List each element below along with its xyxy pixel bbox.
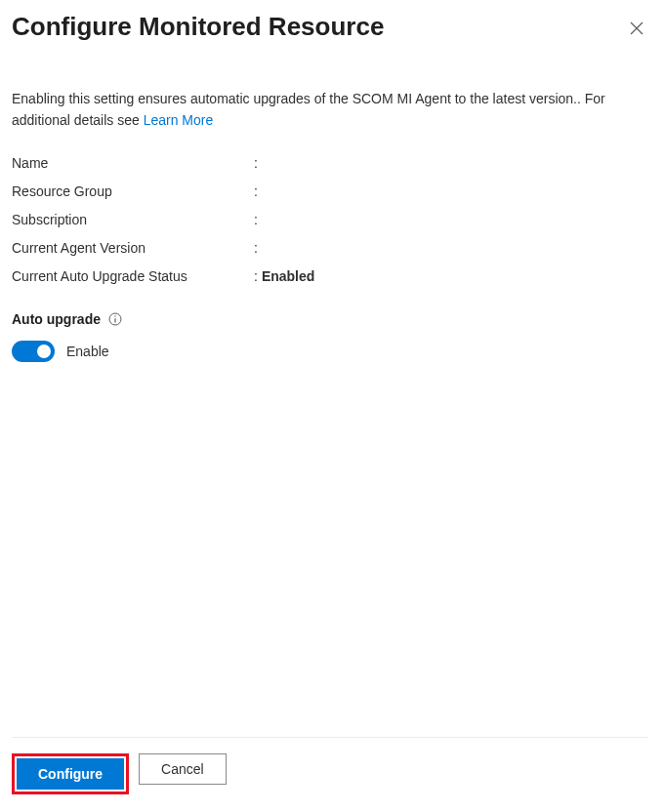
field-row-name: Name : xyxy=(12,155,647,171)
footer: Configure Cancel xyxy=(12,737,647,812)
field-row-current-auto-upgrade-status: Current Auto Upgrade Status : Enabled xyxy=(12,268,647,284)
info-icon[interactable] xyxy=(108,312,122,326)
panel-title: Configure Monitored Resource xyxy=(12,12,384,42)
field-label: Current Agent Version xyxy=(12,240,254,256)
toggle-label: Enable xyxy=(66,344,109,359)
field-row-current-agent-version: Current Agent Version : xyxy=(12,240,647,256)
field-label: Current Auto Upgrade Status xyxy=(12,268,254,284)
toggle-knob xyxy=(37,345,51,358)
cancel-button[interactable]: Cancel xyxy=(139,753,227,785)
description-text: Enabling this setting ensures automatic … xyxy=(12,89,647,131)
configure-button[interactable]: Configure xyxy=(17,758,124,790)
field-label: Name xyxy=(12,155,254,171)
field-row-resource-group: Resource Group : xyxy=(12,183,647,199)
close-icon xyxy=(630,21,644,38)
svg-point-4 xyxy=(114,315,115,316)
auto-upgrade-heading: Auto upgrade xyxy=(12,311,101,327)
field-row-subscription: Subscription : xyxy=(12,212,647,227)
field-label: Resource Group xyxy=(12,183,254,199)
close-button[interactable] xyxy=(626,18,647,42)
highlight-box: Configure xyxy=(12,753,129,794)
field-value: Enabled xyxy=(262,268,314,284)
field-label: Subscription xyxy=(12,212,254,227)
auto-upgrade-toggle[interactable] xyxy=(12,341,55,362)
learn-more-link[interactable]: Learn More xyxy=(144,112,214,128)
